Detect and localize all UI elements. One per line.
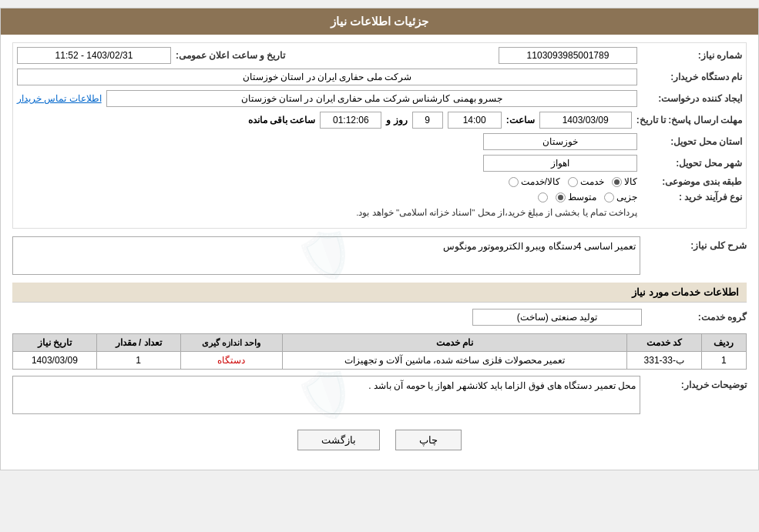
buyer-name-label: نام دستگاه خریدار: xyxy=(642,72,742,82)
group-label: گروه خدمت: xyxy=(646,312,747,323)
time-label: ساعت: xyxy=(506,115,535,125)
kala-label: کالا xyxy=(624,176,637,187)
kala-radio[interactable] xyxy=(612,177,622,187)
col-row-num: ردیف xyxy=(701,334,746,352)
buyer-desc-label: توضیحات خریدار: xyxy=(646,376,747,390)
cell-name: تعمیر محصولات فلزی ساخته شده، ماشین آلات… xyxy=(283,352,626,370)
print-button[interactable]: چاپ xyxy=(395,430,462,450)
creator-field: جسرو بهمنی کارشناس شرکت ملی حفاری ایران … xyxy=(106,90,637,107)
deadline-time-field: 14:00 xyxy=(448,112,502,129)
jozvi-radio[interactable] xyxy=(604,192,614,202)
category-label: طبقه بندی موضوعی: xyxy=(642,176,742,187)
description-label: شرح کلی نیاز: xyxy=(646,236,747,251)
province-label: استان محل تحویل: xyxy=(642,136,742,147)
radio-kala[interactable]: کالا xyxy=(612,176,637,187)
footer-buttons: چاپ بازگشت xyxy=(12,422,747,462)
back-button[interactable]: بازگشت xyxy=(297,430,380,450)
contact-link[interactable]: اطلاعات تماس خریدار xyxy=(17,93,102,104)
table-row: 1 ب-33-331 تعمیر محصولات فلزی ساخته شده،… xyxy=(13,352,747,370)
city-field: اهواز xyxy=(483,155,637,172)
cell-date: 1403/03/09 xyxy=(13,352,97,370)
col-unit: واحد اندازه گیری xyxy=(180,334,283,352)
process-radio-group: جزیی متوسط xyxy=(356,192,637,202)
city-label: شهر محل تحویل: xyxy=(642,158,742,169)
buyer-name-field: شرکت ملی حفاری ایران در استان خوزستان xyxy=(17,69,637,85)
remain-label: ساعت باقی مانده xyxy=(248,115,316,125)
radio-kala-khadamat[interactable]: کالا/خدمت xyxy=(509,176,560,187)
creator-label: ایجاد کننده درخواست: xyxy=(642,93,742,104)
motavaset-label: متوسط xyxy=(568,192,596,202)
services-table: ردیف کد خدمت نام خدمت واحد اندازه گیری ت… xyxy=(12,333,747,370)
radio-jozvi[interactable]: جزیی xyxy=(604,192,637,202)
deadline-date-field: 1403/03/09 xyxy=(539,112,632,129)
khadamat-label: خدمت xyxy=(580,176,604,187)
process-label: نوع فرآیند خرید : xyxy=(642,192,742,202)
province-field: خوزستان xyxy=(483,133,637,150)
deadline-label: مهلت ارسال پاسخ: تا تاریخ: xyxy=(636,115,742,125)
cell-quantity: 1 xyxy=(96,352,180,370)
deadline-day-field: 9 xyxy=(412,112,443,129)
buyer-desc-text: محل تعمیر دستگاه های فوق الزاما باید کلا… xyxy=(368,380,636,391)
page-title: جزئیات اطلاعات نیاز xyxy=(1,8,758,35)
cell-code: ب-33-331 xyxy=(626,352,701,370)
need-number-label: شماره نیاز: xyxy=(642,50,742,61)
description-box: تعمیر اساسی 4دستگاه ویبرو الکتروموتور مو… xyxy=(12,236,640,275)
day-label: روز و xyxy=(386,115,407,125)
radio-motavaset[interactable]: متوسط xyxy=(556,192,596,202)
kala-khadamat-radio[interactable] xyxy=(509,177,519,187)
description-text: تعمیر اساسی 4دستگاه ویبرو الکتروموتور مو… xyxy=(443,241,636,252)
col-date: تاریخ نیاز xyxy=(13,334,97,352)
kala-khadamat-label: کالا/خدمت xyxy=(521,176,560,187)
jozvi-label: جزیی xyxy=(616,192,637,202)
services-section-title: اطلاعات خدمات مورد نیاز xyxy=(12,283,747,303)
cell-unit: دستگاه xyxy=(180,352,283,370)
process-other-radio[interactable] xyxy=(538,192,548,202)
announce-date-label: تاریخ و ساعت اعلان عمومی: xyxy=(176,50,285,61)
process-note: پرداخت تمام یا بخشی از مبلغ خرید،از محل … xyxy=(356,206,637,219)
need-number-field: 1103093985001789 xyxy=(499,47,637,64)
radio-khadamat[interactable]: خدمت xyxy=(568,176,604,187)
motavaset-radio[interactable] xyxy=(556,192,566,202)
col-quantity: تعداد / مقدار xyxy=(96,334,180,352)
announce-date-field: 1403/02/31 - 11:52 xyxy=(17,47,171,64)
radio-process-other[interactable] xyxy=(538,192,548,202)
khadamat-radio[interactable] xyxy=(568,177,578,187)
cell-row-num: 1 xyxy=(701,352,746,370)
group-field: تولید صنعتی (ساخت) xyxy=(472,309,642,326)
buyer-desc-box: محل تعمیر دستگاه های فوق الزاما باید کلا… xyxy=(12,376,640,414)
deadline-remain-field: 01:12:06 xyxy=(320,112,381,129)
col-code: کد خدمت xyxy=(626,334,701,352)
category-radio-group: کالا خدمت کالا/خدمت xyxy=(509,176,637,187)
col-name: نام خدمت xyxy=(283,334,626,352)
